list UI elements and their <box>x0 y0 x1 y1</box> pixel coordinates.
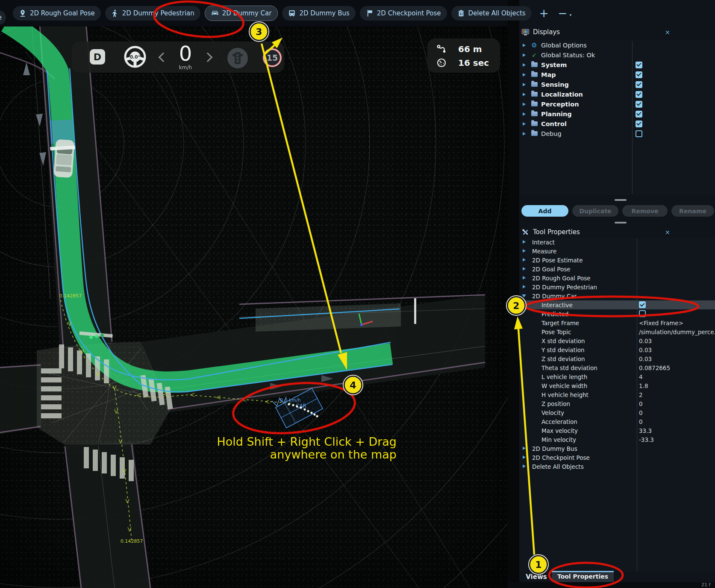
property-value[interactable]: 1.8 <box>639 382 648 389</box>
duplicate-button[interactable]: Duplicate <box>572 205 618 217</box>
tool-property-acceleration[interactable]: Acceleration0 <box>519 417 715 426</box>
tool-property-delete-all-objects[interactable]: Delete All Objects <box>519 462 715 471</box>
tool-property-l-vehicle-length[interactable]: L vehicle length4 <box>519 372 715 381</box>
toolbar-button-partial[interactable]: e <box>0 10 6 25</box>
expand-arrow-icon[interactable] <box>523 83 527 86</box>
toolbar-button-2d-dummy-bus[interactable]: 2D Dummy Bus <box>282 6 355 21</box>
tool-property-interact[interactable]: Interact <box>519 238 715 247</box>
panel-splitter[interactable] <box>508 0 519 588</box>
splitter-handle[interactable] <box>615 199 627 201</box>
tool-property-2d-pose-estimate[interactable]: 2D Pose Estimate <box>519 256 715 265</box>
tool-property-2d-dummy-car[interactable]: 2D Dummy Car <box>519 291 715 300</box>
property-value[interactable]: <Fixed Frame> <box>639 320 683 326</box>
tool-property-z-position[interactable]: Z position0 <box>519 399 715 408</box>
expand-arrow-icon[interactable] <box>523 103 527 106</box>
expand-arrow-icon[interactable] <box>523 456 527 459</box>
displays-item-global-options[interactable]: ⚙Global Options <box>519 40 715 50</box>
expand-arrow-icon[interactable] <box>523 267 527 270</box>
property-value[interactable]: 0 <box>639 409 643 416</box>
visibility-checkbox[interactable] <box>636 111 642 118</box>
tool-property-max-velocity[interactable]: Max velocity33.3 <box>519 426 715 435</box>
close-icon[interactable]: ✕ <box>665 29 670 36</box>
property-value[interactable]: 0 <box>639 400 643 407</box>
displays-item-sensing[interactable]: Sensing <box>519 79 715 89</box>
expand-arrow-icon[interactable] <box>523 465 527 468</box>
tool-property-velocity[interactable]: Velocity0 <box>519 408 715 417</box>
expand-arrow-icon[interactable] <box>523 285 527 288</box>
property-value[interactable]: 0.03 <box>639 338 652 344</box>
tool-property-target-frame[interactable]: Target Frame<Fixed Frame> <box>519 318 715 327</box>
expand-arrow-icon[interactable] <box>523 93 527 96</box>
expand-arrow-icon[interactable] <box>523 240 527 244</box>
close-icon[interactable]: ✕ <box>665 229 670 236</box>
displays-item-debug[interactable]: Debug <box>519 129 715 138</box>
visibility-checkbox[interactable] <box>636 130 642 137</box>
property-value[interactable]: -33.3 <box>639 436 654 443</box>
tool-property-h-vehicle-height[interactable]: H vehicle height2 <box>519 390 715 399</box>
add-tool-button[interactable]: + <box>538 8 550 19</box>
toolbar-button-delete-all-objects[interactable]: Delete All Objects <box>451 6 532 21</box>
toolbar-button-2d-checkpoint-pose[interactable]: 2D Checkpoint Pose <box>360 6 447 21</box>
property-value[interactable]: 0.03 <box>639 347 652 353</box>
displays-item-system[interactable]: System <box>519 60 715 70</box>
displays-item-global-status-ok[interactable]: ✓Global Status: Ok <box>519 50 715 60</box>
property-checkbox[interactable] <box>639 301 646 308</box>
rename-button[interactable]: Rename <box>671 205 714 217</box>
tool-property-min-velocity[interactable]: Min velocity-33.3 <box>519 435 715 444</box>
tab-tool-properties[interactable]: Tool Properties <box>552 571 614 582</box>
toolbar-button-2d-dummy-car[interactable]: 2D Dummy Car <box>205 6 278 21</box>
displays-item-localization[interactable]: Localization <box>519 89 715 99</box>
chevron-right-icon[interactable] <box>203 53 213 62</box>
tool-property-w-vehicle-width[interactable]: W vehicle width1.8 <box>519 381 715 390</box>
visibility-checkbox[interactable] <box>636 101 642 108</box>
property-value[interactable]: 4 <box>639 373 643 380</box>
expand-arrow-icon[interactable] <box>523 276 527 279</box>
expand-arrow-icon[interactable] <box>523 122 527 126</box>
splitter-handle[interactable] <box>615 222 627 223</box>
displays-item-map[interactable]: Map <box>519 70 715 79</box>
tool-property-2d-dummy-bus[interactable]: 2D Dummy Bus <box>519 444 715 453</box>
visibility-checkbox[interactable] <box>636 121 642 127</box>
expand-arrow-icon[interactable] <box>523 73 527 76</box>
displays-item-control[interactable]: Control <box>519 119 715 129</box>
map-viewport[interactable]: 0.142857 0.142857 0.0 km/h CAR <box>0 0 508 588</box>
expand-arrow-icon[interactable] <box>523 249 527 253</box>
tool-property-2d-dummy-pedestrian[interactable]: 2D Dummy Pedestrian <box>519 282 715 291</box>
displays-item-perception[interactable]: Perception <box>519 99 715 109</box>
tool-property-theta-std-deviation[interactable]: Theta std deviation0.0872665 <box>519 363 715 372</box>
expand-arrow-icon[interactable] <box>523 44 527 47</box>
visibility-checkbox[interactable] <box>636 81 642 88</box>
displays-item-planning[interactable]: Planning <box>519 109 715 119</box>
property-value[interactable]: 2 <box>639 391 643 398</box>
tool-property-2d-goal-pose[interactable]: 2D Goal Pose <box>519 265 715 273</box>
property-value[interactable]: 0.03 <box>639 356 652 362</box>
tool-property-interactive[interactable]: Interactive <box>519 300 715 309</box>
tool-property-predicted[interactable]: Predicted <box>519 309 715 318</box>
map-canvas[interactable]: 0.142857 0.142857 0.0 km/h CAR <box>0 0 508 588</box>
property-value[interactable]: 0.0872665 <box>639 365 670 371</box>
expand-arrow-icon[interactable] <box>523 447 527 450</box>
property-value[interactable]: /simulation/dummy_perce... <box>639 329 715 335</box>
visibility-checkbox[interactable] <box>636 71 642 78</box>
remove-button[interactable]: Remove <box>622 205 668 217</box>
expand-arrow-icon[interactable] <box>523 112 527 116</box>
tool-property-z-std-deviation[interactable]: Z std deviation0.03 <box>519 354 715 363</box>
expand-arrow-icon[interactable] <box>523 132 527 135</box>
tool-property-x-std-deviation[interactable]: X std deviation0.03 <box>519 336 715 345</box>
visibility-checkbox[interactable] <box>636 62 642 68</box>
tool-property-measure[interactable]: Measure <box>519 247 715 256</box>
expand-arrow-icon[interactable] <box>523 258 527 262</box>
expand-arrow-icon[interactable] <box>523 53 527 57</box>
expand-arrow-icon[interactable] <box>523 63 527 67</box>
add-button[interactable]: Add <box>521 205 568 217</box>
chevron-left-icon[interactable] <box>159 53 168 62</box>
toolbar-button-2d-rough-goal-pose[interactable]: 2D Rough Goal Pose <box>13 6 101 21</box>
remove-tool-button[interactable]: − ▾ <box>557 8 568 19</box>
property-checkbox[interactable] <box>639 310 646 317</box>
tool-property-2d-checkpoint-pose[interactable]: 2D Checkpoint Pose <box>519 453 715 462</box>
tool-property-y-std-deviation[interactable]: Y std deviation0.03 <box>519 345 715 354</box>
expand-arrow-icon[interactable] <box>522 294 526 300</box>
tool-property-2d-rough-goal-pose[interactable]: 2D Rough Goal Pose <box>519 273 715 282</box>
property-value[interactable]: 0 <box>639 418 643 425</box>
visibility-checkbox[interactable] <box>636 91 642 98</box>
